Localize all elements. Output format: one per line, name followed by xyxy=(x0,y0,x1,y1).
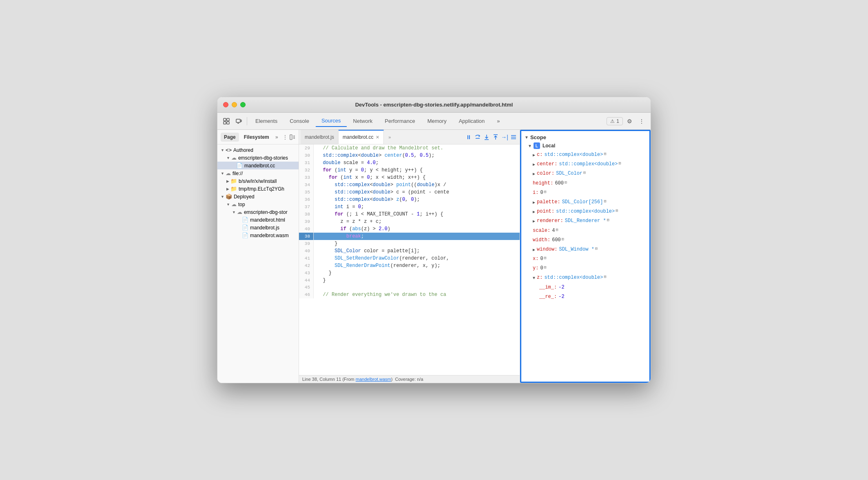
tree-file-wasm[interactable]: ▶ 📄 mandelbrot.wasm xyxy=(217,231,299,239)
var-z-im-name: __im_: xyxy=(539,284,557,291)
sidebar-more-icon[interactable]: » xyxy=(274,133,279,141)
code-line-33: 33 for (int x = 0; x < width; x++) { xyxy=(299,174,520,181)
local-label: Local xyxy=(542,143,555,149)
tree-file-html[interactable]: ▶ 📄 mandelbrot.html xyxy=(217,216,299,224)
tab-more[interactable]: » xyxy=(491,116,505,127)
debug-deactivate-icon[interactable] xyxy=(509,133,518,142)
line-num-31: 31 xyxy=(299,159,314,167)
var-window[interactable]: ▶ window: SDL_Window * ⊞ xyxy=(521,245,649,254)
var-color-arrow: ▶ xyxy=(533,171,535,178)
var-point-grid: ⊞ xyxy=(616,208,618,214)
file-js-label: mandelbrot.js xyxy=(250,225,279,231)
folder-install-label: b/s/w/ir/x/w/install xyxy=(239,178,277,184)
var-palette[interactable]: ▶ palette: SDL_Color[256] ⊞ xyxy=(521,198,649,207)
code-area[interactable]: 29 // Calculate and draw the Mandelbrot … xyxy=(299,144,520,375)
code-line-45: 42 SDL_RenderDrawPoint(renderer, x, y); xyxy=(299,262,520,269)
var-color-grid: ⊞ xyxy=(583,170,586,176)
file-js-icon: 📄 xyxy=(242,224,248,231)
minimize-button[interactable] xyxy=(232,102,237,107)
var-y-grid: ⊞ xyxy=(544,264,547,271)
var-renderer[interactable]: ▶ renderer: SDL_Renderer * ⊞ xyxy=(521,216,649,226)
line-num-47: 44 xyxy=(299,277,314,284)
tree-deployed-top[interactable]: ▼ ☁ top xyxy=(217,200,299,208)
sidebar-tab-page[interactable]: Page xyxy=(221,133,239,142)
code-tab-more[interactable]: » xyxy=(384,131,395,143)
line-content-32: for (int y = 0; y < height; y++) { xyxy=(314,167,520,174)
tab-application[interactable]: Application xyxy=(453,116,491,127)
var-z[interactable]: ▼ z: std::complex<double> ⊞ xyxy=(521,273,649,282)
tree-folder-install[interactable]: ▶ 📁 b/s/w/ir/x/w/install xyxy=(217,177,299,185)
folder-tmp-icon: 📁 xyxy=(230,186,237,192)
settings-icon[interactable]: ⚙ xyxy=(624,116,635,127)
var-width-grid: ⊞ xyxy=(562,236,564,243)
code-line-32: 32 for (int y = 0; y < height; y++) { xyxy=(299,167,520,174)
tab-elements[interactable]: Elements xyxy=(250,116,283,127)
tree-cloud-authored[interactable]: ▼ ☁ emscripten-dbg-stories xyxy=(217,154,299,162)
code-line-41: 38 break; xyxy=(299,233,520,240)
deployed-cloud-icon: ☁ xyxy=(237,209,242,215)
line-content-43: SDL_Color color = palette[i]; xyxy=(314,247,520,255)
line-content-36: std::complex<double> z(0, 0); xyxy=(314,196,520,203)
code-line-47: 44 } xyxy=(299,277,520,284)
debug-step-over-icon[interactable] xyxy=(473,133,482,142)
tab-sources[interactable]: Sources xyxy=(316,115,347,127)
file-wasm-icon: 📄 xyxy=(242,232,248,238)
scope-expand-icon: ▼ xyxy=(525,135,529,140)
warning-icon: ⚠ xyxy=(610,118,615,124)
close-tab-icon[interactable]: ✕ xyxy=(376,135,379,140)
code-line-34: 34 std::complex<double> point((double)x … xyxy=(299,181,520,189)
tree-file-mandelbrot-cc[interactable]: ▶ 📄 mandelbrot.cc xyxy=(217,162,299,169)
var-palette-arrow: ▶ xyxy=(533,200,535,206)
tab-mandelbrot-js[interactable]: mandelbrot.js xyxy=(301,130,339,144)
sidebar-collapse-icon[interactable] xyxy=(290,133,295,141)
var-x: x: 0 ⊞ xyxy=(521,254,649,264)
tree-section-file[interactable]: ▼ ☁ file:// xyxy=(217,169,299,177)
close-button[interactable] xyxy=(223,102,228,107)
tab-network[interactable]: Network xyxy=(348,116,379,127)
debug-pause-icon[interactable]: ⏸ xyxy=(464,133,473,142)
sidebar-tab-filesystem[interactable]: Filesystem xyxy=(241,133,272,142)
scope-local[interactable]: ▼ L Local xyxy=(521,141,649,150)
file-cc-label: mandelbrot.cc xyxy=(244,163,275,169)
svg-rect-4 xyxy=(236,119,240,122)
deployed-triangle: ▼ xyxy=(221,195,224,199)
local-expand-icon: ▼ xyxy=(528,144,532,148)
tab-memory[interactable]: Memory xyxy=(422,116,452,127)
warning-badge[interactable]: ⚠ 1 xyxy=(607,117,623,125)
debug-step-out-icon[interactable] xyxy=(491,133,500,142)
line-num-37: 37 xyxy=(299,203,314,211)
file-html-icon: 📄 xyxy=(242,217,248,223)
source-link[interactable]: mandelbrot.wasm xyxy=(356,377,391,382)
var-center-arrow: ▶ xyxy=(533,162,535,168)
var-point-arrow: ▶ xyxy=(533,209,535,216)
line-content-39: z = z * z + c; xyxy=(314,218,520,225)
tab-performance[interactable]: Performance xyxy=(379,116,421,127)
devtools-window: DevTools - emscripten-dbg-stories.netlif… xyxy=(217,97,651,383)
var-c[interactable]: ▶ c: std::complex<double> ⊞ xyxy=(521,150,649,160)
var-color[interactable]: ▶ color: SDL_Color ⊞ xyxy=(521,169,649,178)
var-window-name: window: xyxy=(537,246,557,253)
debug-step-into-icon[interactable] xyxy=(482,133,491,142)
var-point[interactable]: ▶ point: std::complex<double> ⊞ xyxy=(521,207,649,216)
var-center[interactable]: ▶ center: std::complex<double> ⊞ xyxy=(521,160,649,169)
tree-folder-tmp[interactable]: ▶ 📁 tmp/tmp.ELcTq2YGh xyxy=(217,185,299,193)
code-line-40: 40 if (abs(z) > 2.0) xyxy=(299,225,520,233)
status-bar: Line 38, Column 11 (From mandelbrot.wasm… xyxy=(299,375,520,383)
code-line-38: 38 for (; i < MAX_ITER_COUNT - 1; i++) { xyxy=(299,211,520,218)
inspect-icon[interactable] xyxy=(221,116,232,127)
tree-file-js[interactable]: ▶ 📄 mandelbrot.js xyxy=(217,224,299,231)
var-z-re-val: -2 xyxy=(558,293,564,301)
var-y-val: 0 xyxy=(540,264,543,272)
device-icon[interactable] xyxy=(233,116,244,127)
tree-deployed-cloud[interactable]: ▼ ☁ emscripten-dbg-stor xyxy=(217,208,299,216)
debug-continue-icon[interactable]: →| xyxy=(500,133,509,142)
more-icon[interactable]: ⋮ xyxy=(636,116,647,127)
var-height-val: 600 xyxy=(555,180,564,187)
maximize-button[interactable] xyxy=(240,102,246,107)
tab-console[interactable]: Console xyxy=(284,116,315,127)
line-content-33: for (int x = 0; x < width; x++) { xyxy=(314,174,520,181)
tree-section-authored[interactable]: ▼ <> Authored xyxy=(217,146,299,154)
tab-mandelbrot-cc[interactable]: mandelbrot.cc ✕ xyxy=(339,130,384,144)
tree-section-deployed[interactable]: ▼ 📦 Deployed xyxy=(217,193,299,200)
sidebar-menu-icon[interactable]: ⋮ xyxy=(283,133,288,141)
